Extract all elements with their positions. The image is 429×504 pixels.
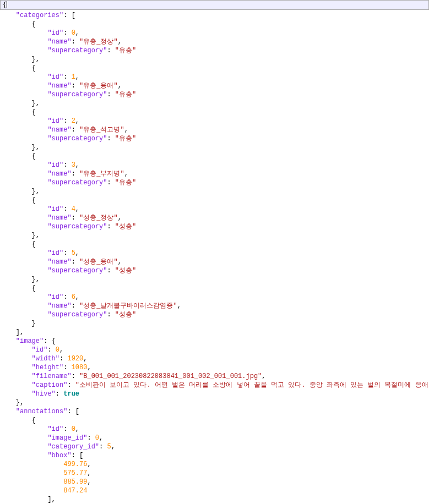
code-line: "supercategory": "유충" [0,90,429,99]
json-punct: : [63,425,71,433]
json-punct: : [59,355,67,363]
brace-open: { [3,1,7,9]
json-key: "id" [47,293,63,301]
json-punct: { [32,240,36,248]
json-key: "id" [47,249,63,257]
json-punct: : [72,126,79,134]
json-string: "B_001_001_20230822083841_001_002_001_00… [79,372,262,380]
json-key: "supercategory" [47,267,107,275]
code-line: "supercategory": "유충" [0,178,429,187]
json-punct: { [32,417,36,424]
json-string: "성충_날개불구바이러스감염증" [79,302,177,310]
code-line: "caption": "소비판이 보이고 있다. 어떤 벌은 머리를 소방에 넣… [0,381,429,390]
json-number: 2 [72,117,75,125]
json-punct: , [75,249,79,257]
json-punct: { [32,20,36,28]
json-punct: : [63,205,71,213]
json-key: "supercategory" [47,135,107,143]
code-line: 575.77, [0,469,429,478]
json-punct: : [107,47,115,54]
code-line: "name": "유충_부저병", [0,169,429,178]
code-line: "height": 1080, [0,363,429,372]
json-punct: : [56,390,63,398]
json-punct: }, [16,399,24,407]
code-line: ], [0,328,429,337]
json-punct: : [72,82,79,90]
json-number: 0 [95,434,99,442]
json-punct: ], [47,496,55,503]
json-punct: : [107,135,115,143]
json-punct: , [124,126,128,134]
json-string: "유충_정상" [79,38,118,46]
json-punct: : [107,91,115,98]
json-string: "성충" [115,311,136,319]
json-punct: , [87,364,91,371]
json-punct: : [63,73,71,81]
json-string: "성충_정상" [79,214,118,222]
json-punct: : [107,223,115,231]
json-key: "id" [47,205,63,213]
json-key: "id" [47,117,63,125]
json-punct: : [72,302,79,310]
code-line: }, [0,231,429,240]
json-string: "성충_응애" [79,258,118,266]
code-line: "id": 0, [0,425,429,434]
json-key: "bbox" [47,452,71,459]
json-key: "supercategory" [47,91,107,98]
json-punct: , [87,469,91,477]
json-punct: , [59,346,63,354]
json-number: 5 [72,249,75,257]
json-punct: : [99,443,107,451]
code-line: "annotations": [ [0,407,429,416]
json-key: "supercategory" [47,47,107,54]
json-punct: { [32,152,36,160]
json-punct: : [63,249,71,257]
code-line: }, [0,55,429,64]
json-number: 885.99 [63,478,87,486]
json-key: "width" [32,355,59,363]
json-string: "유충" [115,91,136,98]
code-line: "supercategory": "성충" [0,310,429,319]
json-punct: : [72,258,79,266]
json-string: "성충" [115,223,136,231]
code-line: "id": 6, [0,293,429,302]
code-line: "filename": "B_001_001_20230822083841_00… [0,372,429,381]
json-number: 4 [72,205,75,213]
json-punct: }, [32,144,40,151]
json-number: 5 [107,443,111,451]
code-line: "category_id": 5, [0,442,429,451]
json-key: "category_id" [47,443,99,451]
code-line: } [0,319,429,328]
json-punct: : [107,267,115,275]
json-key: "supercategory" [47,223,107,231]
editor-current-line[interactable]: { [0,0,429,10]
code-line: "name": "유충_응애", [0,81,429,90]
json-key: "height" [32,364,64,371]
json-punct: , [75,29,79,37]
code-line: "width": 1920, [0,354,429,363]
json-punct: , [124,170,128,178]
json-punct: : [72,372,79,380]
json-punct: }, [32,232,40,239]
code-line: "name": "유충_정상", [0,37,429,46]
code-editor-body[interactable]: "categories": [ { "id": 0, "name": "유충_정… [0,10,429,504]
json-key: "name" [47,126,71,134]
json-punct: , [177,302,181,310]
json-key: "caption" [32,381,68,389]
json-punct: , [99,434,103,442]
code-line: "id": 4, [0,205,429,213]
code-line: "image_id": 0, [0,434,429,442]
json-number: 847.24 [63,487,87,495]
json-number: 0 [56,346,59,354]
json-punct: , [262,372,265,380]
json-number: 575.77 [63,469,87,477]
code-line: "name": "유충_석고병", [0,125,429,134]
json-punct: : [107,311,115,319]
code-line: { [0,284,429,293]
json-punct: : [72,214,79,222]
json-punct: , [87,461,91,468]
json-punct: : [ [63,12,75,19]
code-line: }, [0,187,429,196]
code-line: "id": 5, [0,249,429,258]
json-punct: , [75,293,79,301]
